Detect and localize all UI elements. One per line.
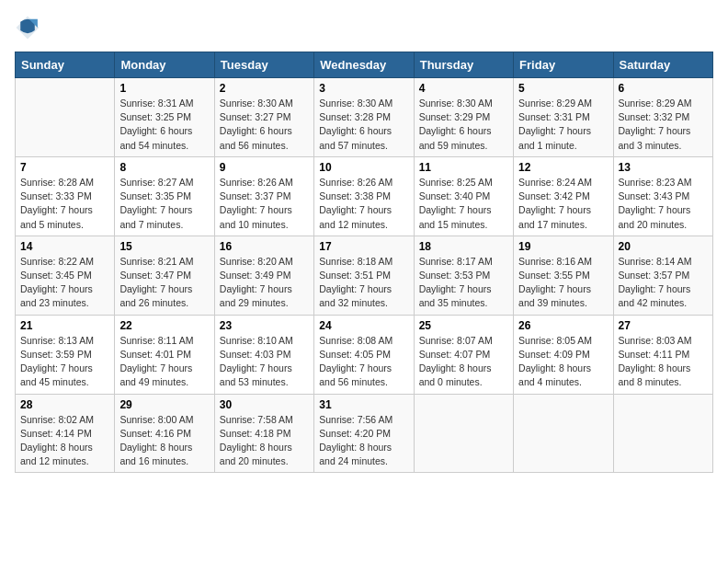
calendar-cell: 14Sunrise: 8:22 AM Sunset: 3:45 PM Dayli… [16, 236, 115, 315]
day-detail: Sunrise: 8:18 AM Sunset: 3:51 PM Dayligh… [319, 255, 408, 311]
day-detail: Sunrise: 8:28 AM Sunset: 3:33 PM Dayligh… [20, 176, 109, 232]
day-detail: Sunrise: 8:07 AM Sunset: 4:07 PM Dayligh… [419, 334, 508, 390]
day-detail: Sunrise: 8:29 AM Sunset: 3:32 PM Dayligh… [619, 97, 708, 153]
day-detail: Sunrise: 8:02 AM Sunset: 4:14 PM Dayligh… [20, 413, 109, 469]
day-detail: Sunrise: 8:08 AM Sunset: 4:05 PM Dayligh… [319, 334, 408, 390]
day-detail: Sunrise: 8:17 AM Sunset: 3:53 PM Dayligh… [419, 255, 508, 311]
day-number: 6 [619, 82, 708, 95]
calendar-cell: 21Sunrise: 8:13 AM Sunset: 3:59 PM Dayli… [16, 315, 115, 394]
day-detail: Sunrise: 8:03 AM Sunset: 4:11 PM Dayligh… [619, 334, 708, 390]
day-number: 18 [419, 240, 508, 253]
calendar-cell [613, 394, 712, 473]
page-header [15, 15, 713, 40]
day-number: 15 [119, 240, 209, 253]
calendar-cell: 24Sunrise: 8:08 AM Sunset: 4:05 PM Dayli… [314, 315, 414, 394]
day-detail: Sunrise: 8:29 AM Sunset: 3:31 PM Dayligh… [518, 97, 608, 153]
day-number: 30 [220, 398, 309, 411]
calendar-cell: 5Sunrise: 8:29 AM Sunset: 3:31 PM Daylig… [514, 78, 613, 157]
calendar-cell: 15Sunrise: 8:21 AM Sunset: 3:47 PM Dayli… [115, 236, 214, 315]
day-detail: Sunrise: 8:23 AM Sunset: 3:43 PM Dayligh… [619, 176, 708, 232]
header-day-thursday: Thursday [414, 52, 513, 78]
calendar-cell [514, 394, 613, 473]
calendar-cell: 2Sunrise: 8:30 AM Sunset: 3:27 PM Daylig… [214, 78, 313, 157]
calendar-cell: 1Sunrise: 8:31 AM Sunset: 3:25 PM Daylig… [115, 78, 214, 157]
day-detail: Sunrise: 8:27 AM Sunset: 3:35 PM Dayligh… [119, 176, 209, 232]
header-day-friday: Friday [514, 52, 613, 78]
day-detail: Sunrise: 8:05 AM Sunset: 4:09 PM Dayligh… [518, 334, 608, 390]
day-detail: Sunrise: 8:11 AM Sunset: 4:01 PM Dayligh… [119, 334, 209, 390]
day-detail: Sunrise: 8:25 AM Sunset: 3:40 PM Dayligh… [419, 176, 508, 232]
header-day-wednesday: Wednesday [314, 52, 414, 78]
day-number: 28 [20, 398, 109, 411]
day-detail: Sunrise: 8:24 AM Sunset: 3:42 PM Dayligh… [518, 176, 608, 232]
day-detail: Sunrise: 8:22 AM Sunset: 3:45 PM Dayligh… [20, 255, 109, 311]
calendar-cell: 12Sunrise: 8:24 AM Sunset: 3:42 PM Dayli… [514, 156, 613, 236]
calendar-cell: 31Sunrise: 7:56 AM Sunset: 4:20 PM Dayli… [314, 394, 414, 473]
calendar-cell: 29Sunrise: 8:00 AM Sunset: 4:16 PM Dayli… [115, 394, 214, 473]
day-detail: Sunrise: 8:00 AM Sunset: 4:16 PM Dayligh… [119, 413, 209, 469]
day-number: 2 [220, 82, 309, 95]
calendar-cell: 13Sunrise: 8:23 AM Sunset: 3:43 PM Dayli… [613, 156, 712, 236]
calendar-body: 1Sunrise: 8:31 AM Sunset: 3:25 PM Daylig… [16, 78, 713, 473]
day-detail: Sunrise: 8:30 AM Sunset: 3:27 PM Dayligh… [220, 97, 309, 153]
day-number: 10 [319, 161, 408, 174]
day-detail: Sunrise: 8:20 AM Sunset: 3:49 PM Dayligh… [220, 255, 309, 311]
day-number: 24 [319, 319, 408, 332]
day-number: 5 [518, 82, 608, 95]
week-row-1: 1Sunrise: 8:31 AM Sunset: 3:25 PM Daylig… [16, 78, 713, 157]
calendar-cell: 17Sunrise: 8:18 AM Sunset: 3:51 PM Dayli… [314, 236, 414, 315]
day-detail: Sunrise: 8:31 AM Sunset: 3:25 PM Dayligh… [119, 97, 209, 153]
day-number: 27 [619, 319, 708, 332]
day-number: 1 [119, 82, 209, 95]
calendar-cell: 19Sunrise: 8:16 AM Sunset: 3:55 PM Dayli… [514, 236, 613, 315]
header-day-tuesday: Tuesday [214, 52, 313, 78]
day-number: 7 [20, 161, 109, 174]
day-detail: Sunrise: 8:10 AM Sunset: 4:03 PM Dayligh… [220, 334, 309, 390]
calendar-cell: 26Sunrise: 8:05 AM Sunset: 4:09 PM Dayli… [514, 315, 613, 394]
calendar-cell: 27Sunrise: 8:03 AM Sunset: 4:11 PM Dayli… [613, 315, 712, 394]
day-number: 16 [220, 240, 309, 253]
day-number: 20 [619, 240, 708, 253]
day-number: 29 [119, 398, 209, 411]
header-day-monday: Monday [115, 52, 214, 78]
logo [15, 15, 44, 40]
calendar-cell: 18Sunrise: 8:17 AM Sunset: 3:53 PM Dayli… [414, 236, 513, 315]
calendar-cell [414, 394, 513, 473]
calendar-cell: 7Sunrise: 8:28 AM Sunset: 3:33 PM Daylig… [16, 156, 115, 236]
day-detail: Sunrise: 7:56 AM Sunset: 4:20 PM Dayligh… [319, 413, 408, 469]
calendar-cell: 10Sunrise: 8:26 AM Sunset: 3:38 PM Dayli… [314, 156, 414, 236]
day-number: 9 [220, 161, 309, 174]
day-detail: Sunrise: 8:13 AM Sunset: 3:59 PM Dayligh… [20, 334, 109, 390]
day-detail: Sunrise: 8:14 AM Sunset: 3:57 PM Dayligh… [619, 255, 708, 311]
calendar-cell: 20Sunrise: 8:14 AM Sunset: 3:57 PM Dayli… [613, 236, 712, 315]
day-detail: Sunrise: 7:58 AM Sunset: 4:18 PM Dayligh… [220, 413, 309, 469]
day-number: 14 [20, 240, 109, 253]
calendar-cell: 6Sunrise: 8:29 AM Sunset: 3:32 PM Daylig… [613, 78, 712, 157]
week-row-4: 21Sunrise: 8:13 AM Sunset: 3:59 PM Dayli… [16, 315, 713, 394]
calendar-cell [16, 78, 115, 157]
calendar-table: SundayMondayTuesdayWednesdayThursdayFrid… [15, 52, 713, 473]
day-number: 25 [419, 319, 508, 332]
week-row-5: 28Sunrise: 8:02 AM Sunset: 4:14 PM Dayli… [16, 394, 713, 473]
day-number: 19 [518, 240, 608, 253]
calendar-cell: 9Sunrise: 8:26 AM Sunset: 3:37 PM Daylig… [214, 156, 313, 236]
header-row: SundayMondayTuesdayWednesdayThursdayFrid… [16, 52, 713, 78]
day-number: 17 [319, 240, 408, 253]
header-day-sunday: Sunday [16, 52, 115, 78]
day-detail: Sunrise: 8:26 AM Sunset: 3:38 PM Dayligh… [319, 176, 408, 232]
header-day-saturday: Saturday [613, 52, 712, 78]
day-number: 31 [319, 398, 408, 411]
day-number: 23 [220, 319, 309, 332]
calendar-cell: 25Sunrise: 8:07 AM Sunset: 4:07 PM Dayli… [414, 315, 513, 394]
day-number: 26 [518, 319, 608, 332]
calendar-cell: 8Sunrise: 8:27 AM Sunset: 3:35 PM Daylig… [115, 156, 214, 236]
day-detail: Sunrise: 8:21 AM Sunset: 3:47 PM Dayligh… [119, 255, 209, 311]
calendar-cell: 16Sunrise: 8:20 AM Sunset: 3:49 PM Dayli… [214, 236, 313, 315]
calendar-cell: 11Sunrise: 8:25 AM Sunset: 3:40 PM Dayli… [414, 156, 513, 236]
day-number: 21 [20, 319, 109, 332]
day-number: 4 [419, 82, 508, 95]
day-number: 11 [419, 161, 508, 174]
day-number: 8 [119, 161, 209, 174]
day-detail: Sunrise: 8:30 AM Sunset: 3:28 PM Dayligh… [319, 97, 408, 153]
calendar-cell: 28Sunrise: 8:02 AM Sunset: 4:14 PM Dayli… [16, 394, 115, 473]
